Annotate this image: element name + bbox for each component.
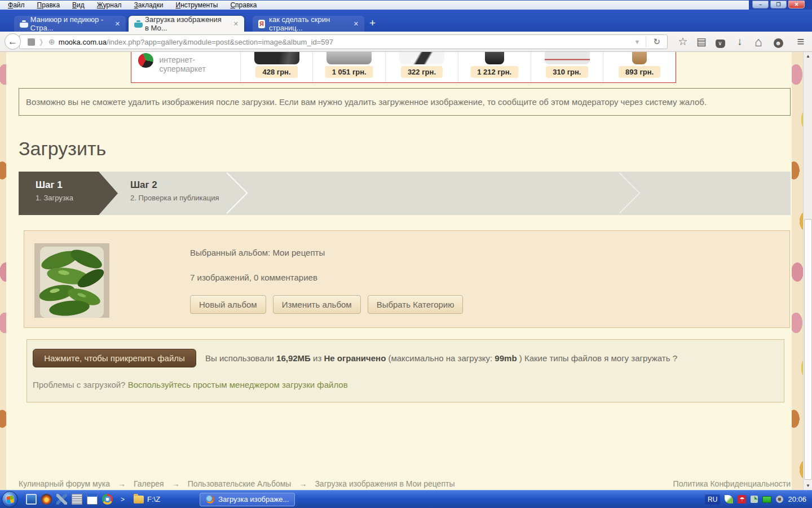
menu-bookmarks[interactable]: Закладки: [134, 1, 164, 9]
usage-max-suffix: ): [519, 353, 522, 363]
product-photo: [326, 52, 372, 64]
tab-close-icon[interactable]: ✕: [233, 20, 239, 28]
step-title: Шаг 1: [36, 179, 118, 191]
smiley-face: ☻: [774, 38, 783, 48]
attach-files-button[interactable]: Нажмите, чтобы прикрепить файлы: [33, 349, 196, 367]
moderation-warning: Возможно вы не сможете удалить изображен…: [19, 88, 791, 116]
leaf-tray-icon[interactable]: [725, 495, 733, 503]
file-types-link[interactable]: Какие типы файлов я могу загружать ?: [524, 353, 677, 363]
tab-close-icon[interactable]: ✕: [115, 20, 120, 28]
show-desktop-icon[interactable]: [26, 494, 37, 505]
ad-banner[interactable]: интернет-супермаркет 428 грн. 1 051 грн.…: [131, 52, 676, 83]
price-badge: 428 грн.: [255, 66, 297, 78]
step-subtitle: 2. Проверка и публикация: [130, 194, 219, 202]
tab-upload-image[interactable]: Загрузка изображения в Мо... ✕: [129, 16, 244, 32]
burner-app-icon[interactable]: [41, 494, 52, 505]
battery-tray-icon[interactable]: [762, 496, 771, 503]
menu-view[interactable]: Вид: [72, 1, 85, 9]
banner-product[interactable]: 893 грн.: [603, 52, 676, 82]
banner-product[interactable]: 322 грн.: [385, 52, 458, 82]
breadcrumb-user-albums[interactable]: Пользовательские Альбомы: [188, 479, 292, 488]
webcam-tray-icon[interactable]: [776, 496, 783, 503]
window-app-icon[interactable]: [87, 494, 98, 505]
breadcrumb-forum[interactable]: Кулинарный форум мука: [19, 479, 110, 488]
bookmark-star-icon[interactable]: ☆: [675, 34, 691, 50]
tools-app-icon[interactable]: [56, 494, 67, 505]
home-icon[interactable]: ⌂: [751, 34, 766, 50]
url-bar[interactable]: ❭ ⊕ mooka.com.ua /index.php?app=gallery&…: [19, 34, 668, 49]
page-viewport: интернет-супермаркет 428 грн. 1 051 грн.…: [0, 52, 812, 490]
antivirus-umbrella-icon[interactable]: ☂: [738, 495, 746, 503]
navigation-toolbar: ← ❭ ⊕ mooka.com.ua /index.php?app=galler…: [0, 32, 812, 52]
downloads-icon[interactable]: ↓: [732, 34, 748, 50]
banner-product[interactable]: 1 212 грн.: [458, 52, 531, 82]
usage-max-prefix: (максимально на загрузку:: [388, 353, 492, 363]
usage-used: 16,92МБ: [276, 353, 311, 363]
vertical-scrollbar[interactable]: ▲ ▼: [803, 52, 812, 490]
tab-screenshot-howto[interactable]: Я как сделать скрин страниц... ✕: [253, 16, 364, 32]
menu-history[interactable]: Журнал: [97, 1, 122, 9]
product-photo: [485, 52, 504, 64]
edit-album-button[interactable]: Изменить альбом: [273, 295, 361, 314]
tab-close-icon[interactable]: ✕: [354, 20, 359, 28]
new-album-button[interactable]: Новый альбом: [190, 295, 266, 314]
scroll-up-icon[interactable]: ▲: [804, 52, 812, 60]
new-tab-button[interactable]: +: [369, 17, 376, 29]
quicklaunch-chevron-icon[interactable]: >: [121, 496, 125, 503]
hamburger-menu-icon[interactable]: ≡: [793, 34, 809, 50]
language-indicator[interactable]: RU: [705, 494, 720, 505]
menu-help[interactable]: Справка: [230, 1, 257, 9]
menu-file[interactable]: Файл: [8, 1, 25, 9]
simple-uploader-link[interactable]: Воспользуйтесь простым менеджером загруз…: [128, 380, 348, 389]
tab-manicure[interactable]: Маникюр и педикюр - Стра... ✕: [14, 16, 126, 32]
selected-album-label: Выбранный альбом: Мои рецепты: [190, 248, 463, 257]
step-1-active: Шаг 1 1. Загрузка: [19, 172, 118, 215]
privacy-policy-link[interactable]: Политика Конфиденциальности: [673, 479, 791, 488]
breadcrumb-separator: →: [299, 479, 307, 488]
page-drag-icon[interactable]: [28, 38, 35, 46]
album-info: Выбранный альбом: Мои рецепты 7 изображе…: [190, 248, 463, 314]
banner-product[interactable]: 310 грн.: [531, 52, 603, 82]
tab-label: Маникюр и педикюр - Стра...: [30, 15, 108, 32]
banner-product[interactable]: 1 051 грн.: [312, 52, 385, 82]
scroll-down-icon[interactable]: ▼: [804, 481, 812, 490]
menu-tools[interactable]: Инструменты: [176, 1, 218, 9]
reload-icon[interactable]: ↻: [646, 37, 667, 47]
breadcrumb-gallery[interactable]: Галерея: [134, 479, 164, 488]
minimize-button[interactable]: –: [752, 1, 769, 8]
bookmarks-sidebar-icon[interactable]: ▤: [694, 34, 709, 50]
update-tray-icon[interactable]: [751, 496, 758, 503]
step-chevron-icon: [599, 172, 641, 214]
scrollbar-thumb[interactable]: [804, 219, 812, 480]
feedback-smiley-icon[interactable]: ☻: [770, 34, 786, 50]
yandex-favicon: Я: [258, 20, 265, 28]
banner-product[interactable]: 428 грн.: [240, 52, 313, 82]
clock[interactable]: 20:06: [788, 495, 806, 503]
taskbar-folder-item[interactable]: F:\Z: [134, 495, 160, 503]
start-button[interactable]: [2, 491, 18, 507]
tab-bar: Маникюр и педикюр - Стра... ✕ Загрузка и…: [0, 10, 812, 32]
breadcrumb-current: Загрузка изображения в Мои рецепты: [315, 479, 454, 488]
pocket-icon[interactable]: ∨: [712, 34, 728, 50]
price-badge: 893 грн.: [619, 66, 660, 78]
upload-steps-bar: Шаг 1 1. Загрузка Шаг 2 2. Проверка и пу…: [19, 172, 791, 215]
browser-menubar: Файл Правка Вид Журнал Закладки Инструме…: [0, 0, 812, 10]
product-photo: [254, 52, 299, 64]
close-button[interactable]: ✕: [788, 1, 805, 8]
restore-button[interactable]: ❐: [770, 1, 787, 8]
price-badge: 1 212 грн.: [470, 66, 518, 78]
menu-edit[interactable]: Правка: [37, 1, 60, 9]
calculator-icon[interactable]: [72, 494, 82, 505]
active-task-button[interactable]: Загрузка изображе...: [200, 493, 295, 506]
back-button[interactable]: ←: [5, 33, 21, 50]
page-title: Загрузить: [19, 138, 106, 160]
url-dropdown-icon[interactable]: ▼: [629, 38, 646, 45]
album-panel: Выбранный альбом: Мои рецепты 7 изображе…: [24, 230, 790, 328]
usage-max-value: 99mb: [495, 353, 517, 363]
album-cover-cucumbers[interactable]: [34, 243, 109, 318]
folder-label: F:\Z: [147, 495, 160, 503]
step-chevron-icon: [206, 172, 248, 214]
choose-category-button[interactable]: Выбрать Категорию: [368, 295, 464, 314]
chrome-icon[interactable]: [102, 494, 113, 505]
problems-text: Проблемы с загрузкой?: [33, 380, 125, 389]
